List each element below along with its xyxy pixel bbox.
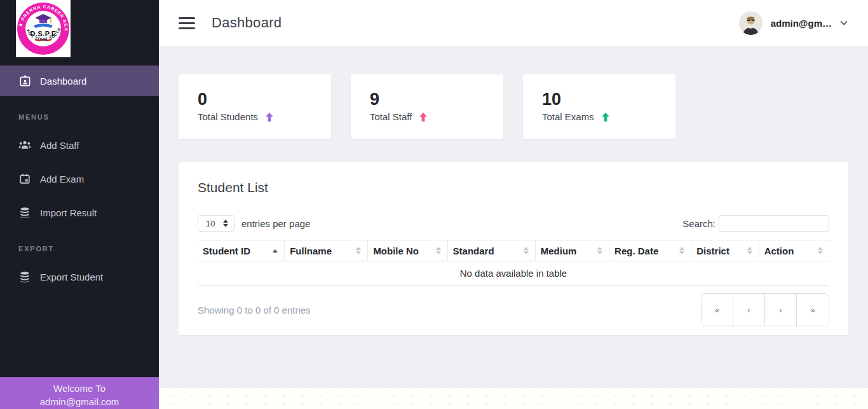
search-label: Search: [682,218,715,229]
chevron-down-icon [840,20,848,25]
database-icon [18,270,31,283]
stats-row: 0 Total Students 9 Total Staff [159,46,868,139]
stat-value: 9 [370,90,503,109]
search-input[interactable] [719,215,829,232]
up-arrow-icon [602,113,609,121]
table-footer: Showing 0 to 0 of 0 entries « ‹ › » [198,293,829,326]
sidebar-item-import-result[interactable]: Import Result [0,197,159,228]
sidebar-section-menus: MENUS [18,113,159,121]
sidebar-footer: Welcome To admin@gmail.com [0,377,159,409]
student-table: Student ID Fullname Mobile No Standard [198,240,829,286]
menu-toggle-icon[interactable] [179,17,195,29]
up-arrow-icon [419,113,427,121]
sidebar-item-dashboard[interactable]: Dashboard [0,66,159,96]
sidebar-item-label: Add Exam [40,174,84,184]
user-email-label: admin@gm… [771,18,832,29]
pagination-first-button[interactable]: « [702,294,733,326]
topbar: Dashboard admin@gm… [159,0,868,46]
pagination-last-button[interactable]: » [797,294,829,326]
entries-per-page-label: entries per page [241,218,310,229]
id-badge-icon [18,74,31,87]
sidebar: ★ PRERNA CAREER ACADEMY ★ D.S.P.E FOR YO… [0,0,159,409]
user-menu[interactable]: admin@gm… [739,11,848,35]
student-list-title: Student List [198,180,829,195]
up-arrow-icon [266,113,273,121]
showing-entries-text: Showing 0 to 0 of 0 entries [198,305,311,315]
sort-asc-icon [273,249,278,253]
column-header-fullname[interactable]: Fullname [285,240,368,261]
sort-icon [679,247,684,254]
table-controls: 10 entries per page Search: [198,215,829,232]
people-icon [18,139,31,151]
column-header-student-id[interactable]: Student ID [198,240,285,261]
column-header-medium[interactable]: Medium [536,240,609,261]
pagination: « ‹ › » [701,293,829,326]
logo-area: ★ PRERNA CAREER ACADEMY ★ D.S.P.E FOR YO… [0,0,159,66]
entries-select-value: 10 [206,219,215,228]
stat-value: 0 [198,90,331,109]
student-list-card: Student List 10 entries per page Search:… [179,162,848,335]
column-header-reg-date[interactable]: Reg. Date [609,240,691,261]
sidebar-item-label: Import Result [40,207,97,218]
sidebar-item-label: Add Staff [40,140,79,151]
pagination-next-button[interactable]: › [765,294,797,326]
empty-table-message: No data available in table [198,261,829,286]
stat-card-total-exams: 10 Total Exams [523,74,675,139]
column-header-standard[interactable]: Standard [448,240,536,261]
stat-label: Total Staff [370,111,412,122]
sidebar-item-add-staff[interactable]: Add Staff [0,130,159,160]
stat-label: Total Exams [542,111,594,122]
welcome-email: admin@gmail.com [0,395,159,408]
sidebar-item-label: Dashboard [40,76,86,87]
content: 0 Total Students 9 Total Staff [159,46,868,409]
table-header-row: Student ID Fullname Mobile No Standard [198,240,829,261]
stat-value: 10 [542,90,675,109]
sidebar-section-export: EXPORT [18,245,159,253]
welcome-text: Welcome To [0,382,159,395]
sidebar-item-add-exam[interactable]: Add Exam [0,163,159,194]
sort-icon [436,247,441,254]
footer-watermark-strip [159,388,868,409]
sidebar-item-label: Export Student [40,272,103,282]
pagination-prev-button[interactable]: ‹ [733,294,765,326]
select-stepper-icon [223,219,228,227]
sort-icon [747,247,752,254]
database-icon [18,206,31,219]
sort-icon [818,247,823,254]
column-header-mobile-no[interactable]: Mobile No [368,240,447,261]
column-header-action[interactable]: Action [759,240,829,261]
main-area: Dashboard admin@gm… [159,0,868,409]
stat-card-total-staff: 9 Total Staff [351,74,503,139]
avatar [739,11,763,35]
stat-label: Total Students [198,111,258,122]
sort-icon [524,247,529,254]
calendar-icon [18,172,31,185]
sidebar-item-export-student[interactable]: Export Student [0,261,159,292]
column-header-district[interactable]: District [691,240,759,261]
entries-per-page-select[interactable]: 10 [198,215,234,232]
stat-card-total-students: 0 Total Students [179,74,331,139]
academy-seal-icon: ★ PRERNA CAREER ACADEMY ★ D.S.P.E FOR YO… [16,0,71,57]
sort-icon [356,247,361,254]
sort-icon [597,247,602,254]
page-title: Dashboard [212,15,281,31]
search-group: Search: [682,215,829,232]
academy-logo: ★ PRERNA CAREER ACADEMY ★ D.S.P.E FOR YO… [16,0,71,57]
